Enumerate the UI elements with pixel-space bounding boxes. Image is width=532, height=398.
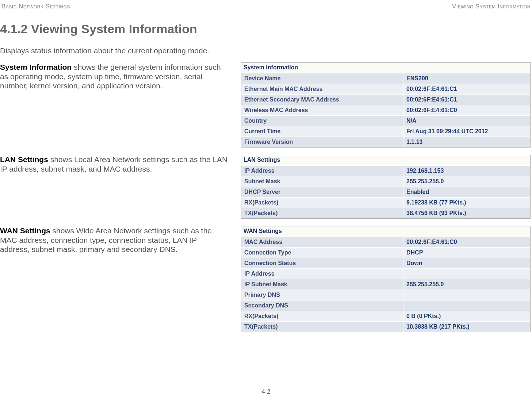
row-label: Ethernet Secondary MAC Address bbox=[241, 94, 403, 105]
row-value: 9.19238 KB (77 PKts.) bbox=[403, 197, 530, 208]
row-label: IP Address bbox=[241, 268, 403, 279]
section-description: System Information shows the general sys… bbox=[0, 62, 228, 91]
row-label: Device Name bbox=[241, 73, 403, 84]
row-value: 38.4756 KB (93 PKts.) bbox=[403, 208, 530, 218]
row-value: 255.255.255.0 bbox=[403, 176, 530, 187]
table-row: Subnet Mask255.255.255.0 bbox=[241, 176, 530, 187]
table-row: IP Subnet Mask255.255.255.0 bbox=[241, 279, 530, 290]
row-label: IP Address bbox=[241, 165, 403, 176]
row-value bbox=[403, 300, 530, 311]
row-value: 00:02:6F:E4:61:C0 bbox=[403, 237, 530, 247]
row-label: DHCP Server bbox=[241, 187, 403, 197]
section-description: WAN Settings shows Wide Area Network set… bbox=[0, 226, 228, 254]
row-value: 255.255.255.0 bbox=[403, 279, 530, 290]
row-label: Connection Type bbox=[241, 247, 403, 258]
page-number: 4-2 bbox=[0, 389, 532, 395]
row-value: 00:02:6F:E4:61:C0 bbox=[403, 105, 530, 115]
row-value: 00:02:6F:E4:61:C1 bbox=[403, 84, 530, 94]
table-row: Secondary DNS bbox=[241, 300, 530, 311]
table-row: MAC Address00:02:6F:E4:61:C0 bbox=[241, 237, 530, 247]
row-value: N/A bbox=[403, 115, 530, 126]
row-label: Primary DNS bbox=[241, 290, 403, 300]
table-row: IP Address bbox=[241, 268, 530, 279]
row-label: RX(Packets) bbox=[241, 311, 403, 321]
row-value: DHCP bbox=[403, 247, 530, 258]
page-title: 4.1.2 Viewing System Information bbox=[0, 10, 532, 46]
section-desc-bold: WAN Settings bbox=[0, 226, 50, 235]
table-row: IP Address192.168.1.153 bbox=[241, 165, 530, 176]
panel-title: LAN Settings bbox=[241, 155, 530, 165]
row-value: Down bbox=[403, 258, 530, 268]
row-label: Secondary DNS bbox=[241, 300, 403, 311]
row-value: 1.1.13 bbox=[403, 137, 530, 147]
row-label: IP Subnet Mask bbox=[241, 279, 403, 290]
table-row: TX(Packets)10.3838 KB (217 PKts.) bbox=[241, 321, 530, 332]
row-label: RX(Packets) bbox=[241, 197, 403, 208]
row-value: 192.168.1.153 bbox=[403, 165, 530, 176]
row-label: TX(Packets) bbox=[241, 321, 403, 332]
table-row: Connection TypeDHCP bbox=[241, 247, 530, 258]
row-label: Connection Status bbox=[241, 258, 403, 268]
table-row: Device NameENS200 bbox=[241, 73, 530, 84]
table-row: RX(Packets)0 B (0 PKts.) bbox=[241, 311, 530, 321]
table-row: Primary DNS bbox=[241, 290, 530, 300]
section-description: LAN Settings shows Local Area Network se… bbox=[0, 155, 228, 173]
info-panel: WAN SettingsMAC Address00:02:6F:E4:61:C0… bbox=[241, 226, 531, 332]
table-row: DHCP ServerEnabled bbox=[241, 187, 530, 197]
row-label: Subnet Mask bbox=[241, 176, 403, 187]
row-label: TX(Packets) bbox=[241, 208, 403, 218]
row-label: Ethernet Main MAC Address bbox=[241, 84, 403, 94]
row-value: Enabled bbox=[403, 187, 530, 197]
table-row: Ethernet Secondary MAC Address00:02:6F:E… bbox=[241, 94, 530, 105]
table-row: Wireless MAC Address00:02:6F:E4:61:C0 bbox=[241, 105, 530, 115]
panel-title: System Information bbox=[241, 63, 530, 73]
header-right: Viewing System Information bbox=[452, 3, 531, 10]
row-value: 10.3838 KB (217 PKts.) bbox=[403, 321, 530, 332]
row-label: Country bbox=[241, 115, 403, 126]
section-desc-bold: System Information bbox=[0, 63, 72, 71]
page-intro: Displays status information about the cu… bbox=[0, 46, 532, 62]
row-label: Wireless MAC Address bbox=[241, 105, 403, 115]
info-panel: LAN SettingsIP Address192.168.1.153Subne… bbox=[241, 155, 531, 219]
table-row: Connection StatusDown bbox=[241, 258, 530, 268]
table-row: CountryN/A bbox=[241, 115, 530, 126]
row-value bbox=[403, 290, 530, 300]
row-label: MAC Address bbox=[241, 237, 403, 247]
info-panel: System InformationDevice NameENS200Ether… bbox=[241, 62, 531, 148]
row-label: Current Time bbox=[241, 126, 403, 137]
table-row: Current TimeFri Aug 31 09:29:44 UTC 2012 bbox=[241, 126, 530, 137]
table-row: Ethernet Main MAC Address00:02:6F:E4:61:… bbox=[241, 84, 530, 94]
row-value: ENS200 bbox=[403, 73, 530, 84]
table-row: TX(Packets)38.4756 KB (93 PKts.) bbox=[241, 208, 530, 218]
row-value: 00:02:6F:E4:61:C1 bbox=[403, 94, 530, 105]
panel-title: WAN Settings bbox=[241, 226, 530, 237]
row-value: Fri Aug 31 09:29:44 UTC 2012 bbox=[403, 126, 530, 137]
table-row: Firmware Version1.1.13 bbox=[241, 137, 530, 147]
row-label: Firmware Version bbox=[241, 137, 403, 147]
table-row: RX(Packets)9.19238 KB (77 PKts.) bbox=[241, 197, 530, 208]
row-value bbox=[403, 268, 530, 279]
section-desc-bold: LAN Settings bbox=[0, 155, 48, 164]
row-value: 0 B (0 PKts.) bbox=[403, 311, 530, 321]
header-left: Basic Network Settings bbox=[1, 3, 70, 10]
